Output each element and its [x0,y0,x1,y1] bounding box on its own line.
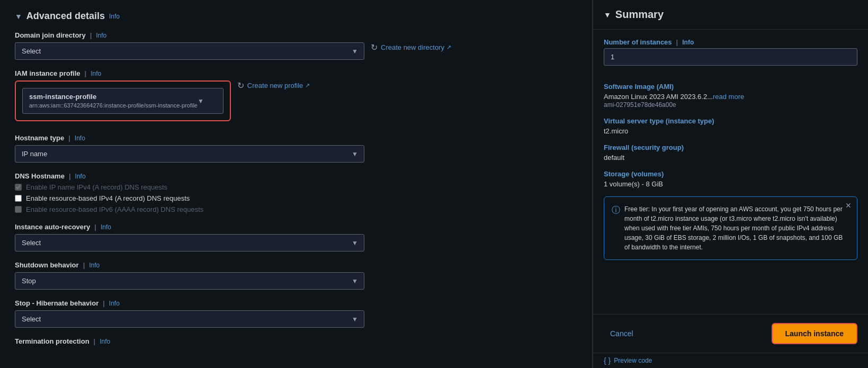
software-image-value: Amazon Linux 2023 AMI 2023.6.2...read mo… [604,93,857,109]
shutdown-behavior-select-wrapper: Stop ▼ [15,272,364,290]
instance-auto-recovery-info-link[interactable]: Info [101,223,111,231]
external-link-icon: ↗ [446,44,451,51]
termination-protection-info-link[interactable]: Info [100,338,110,345]
auto-recovery-select[interactable]: Select [15,234,364,252]
instance-auto-recovery-group: Instance auto-recovery | Info Select ▼ [15,223,577,252]
shutdown-behavior-info-link[interactable]: Info [89,262,100,269]
dns-hostname-label: DNS Hostname | Info [15,172,577,180]
firewall-label: Firewall (security group) [604,143,857,151]
shutdown-behavior-label: Shutdown behavior | Info [15,261,577,269]
free-tier-close-button[interactable]: ✕ [845,201,852,210]
free-tier-info-icon: ⓘ [612,205,620,216]
ami-id: ami-027951e78de46a00e [604,101,676,109]
domain-join-select-wrapper: Select ▼ [15,42,364,60]
iam-profile-value: ssm-instance-profile arn:aws:iam::637423… [29,93,198,109]
domain-join-directory-group: Domain join directory | Info Select ▼ ↻ … [15,31,577,60]
auto-recovery-select-wrapper: Select ▼ [15,234,364,252]
summary-header: Summary [593,0,868,30]
create-profile-action: ↻ Create new profile ↗ [237,80,310,91]
domain-join-label: Domain join directory | Info [15,31,577,39]
refresh-directory-icon[interactable]: ↻ [371,42,378,52]
domain-join-select[interactable]: Select [15,42,364,60]
dns-hostname-info-link[interactable]: Info [75,173,86,180]
hostname-type-label: Hostname type | Info [15,134,577,142]
firewall-field: Firewall (security group) default [604,143,857,161]
iam-profile-highlighted-container: ssm-instance-profile arn:aws:iam::637423… [15,80,231,121]
number-of-instances-input[interactable] [604,48,857,66]
iam-profile-group: IAM instance profile | Info ssm-instance… [15,69,577,124]
summary-panel: Summary Number of instances | Info Softw… [593,0,868,368]
software-image-field: Software Image (AMI) Amazon Linux 2023 A… [604,83,857,109]
dns-checkbox-ipv6-resource-input[interactable] [15,206,22,213]
section-title: Advanced details [26,11,105,22]
iam-profile-chevron-icon: ▼ [198,97,204,105]
summary-content: Number of instances | Info Software Imag… [593,30,868,314]
section-header: ▼ Advanced details Info [15,11,577,22]
hibernate-select[interactable]: Select [15,310,364,328]
iam-profile-info-link[interactable]: Info [91,70,101,77]
domain-join-info-link[interactable]: Info [96,32,106,39]
create-new-directory-link[interactable]: Create new directory ↗ [381,43,451,51]
virtual-server-type-value: t2.micro [604,127,857,135]
advanced-details-panel: ▼ Advanced details Info Domain join dire… [0,0,593,368]
code-icon: { } [604,356,611,365]
hostname-type-group: Hostname type | Info IP name ▼ [15,134,577,163]
number-of-instances-info-link[interactable]: Info [682,39,694,46]
iam-profile-select-wrapper: ssm-instance-profile arn:aws:iam::637423… [22,88,223,114]
software-image-label: Software Image (AMI) [604,83,857,91]
hostname-type-select[interactable]: IP name [15,145,364,163]
hostname-type-select-wrapper: IP name ▼ [15,145,364,163]
dns-checkbox-group: Enable IP name IPv4 (A record) DNS reque… [15,183,577,213]
hibernate-behavior-label: Stop - Hibernate behavior | Info [15,299,577,307]
dns-hostname-group: DNS Hostname | Info Enable IP name IPv4 … [15,172,577,213]
virtual-server-type-label: Virtual server type (instance type) [604,117,857,125]
termination-protection-label: Termination protection | Info [15,337,577,345]
external-link-icon: ↗ [305,82,310,89]
instance-auto-recovery-label: Instance auto-recovery | Info [15,223,577,231]
free-tier-text: Free tier: In your first year of opening… [624,204,849,252]
domain-join-row: Select ▼ ↻ Create new directory ↗ [15,42,577,60]
dns-checkbox-ipv4-ip: Enable IP name IPv4 (A record) DNS reque… [15,183,577,191]
create-directory-action: ↻ Create new directory ↗ [371,42,451,52]
cancel-button[interactable]: Cancel [604,325,640,342]
number-of-instances-label: Number of instances | Info [604,38,857,46]
iam-profile-label-row: IAM instance profile | Info [15,69,577,77]
firewall-value: default [604,154,857,161]
summary-footer: Cancel Launch instance [593,314,868,353]
dns-checkbox-ipv6-resource: Enable resource-based IPv6 (AAAA record)… [15,205,577,213]
software-image-read-more-link[interactable]: read more [713,93,744,101]
virtual-server-type-field: Virtual server type (instance type) t2.m… [604,117,857,135]
refresh-profile-icon[interactable]: ↻ [237,80,244,91]
shutdown-behavior-group: Shutdown behavior | Info Stop ▼ [15,261,577,290]
hibernate-select-wrapper: Select ▼ [15,310,364,328]
hostname-type-info-link[interactable]: Info [75,134,85,142]
preview-code-bar[interactable]: { } Preview code [593,353,868,368]
storage-label: Storage (volumes) [604,170,857,178]
iam-profile-select[interactable]: ssm-instance-profile arn:aws:iam::637423… [22,88,223,114]
hibernate-behavior-info-link[interactable]: Info [109,300,120,307]
termination-protection-group: Termination protection | Info [15,337,577,345]
launch-instance-button[interactable]: Launch instance [772,323,857,344]
free-tier-content: ⓘ Free tier: In your first year of openi… [612,204,849,252]
dns-checkbox-ipv4-resource-input[interactable] [15,195,22,202]
dns-checkbox-ipv4-ip-input[interactable] [15,184,22,191]
hibernate-behavior-group: Stop - Hibernate behavior | Info Select … [15,299,577,328]
number-of-instances-field: Number of instances | Info [604,38,857,74]
shutdown-behavior-select[interactable]: Stop [15,272,364,290]
summary-title: Summary [604,8,857,21]
dns-checkbox-ipv4-resource: Enable resource-based IPv4 (A record) DN… [15,194,577,202]
create-new-profile-link[interactable]: Create new profile ↗ [247,82,310,89]
free-tier-box: ✕ ⓘ Free tier: In your first year of ope… [604,196,857,260]
storage-field: Storage (volumes) 1 volume(s) - 8 GiB [604,170,857,188]
iam-profile-row: ssm-instance-profile arn:aws:iam::637423… [15,80,577,124]
storage-value: 1 volume(s) - 8 GiB [604,180,857,188]
advanced-details-info-link[interactable]: Info [109,13,120,20]
